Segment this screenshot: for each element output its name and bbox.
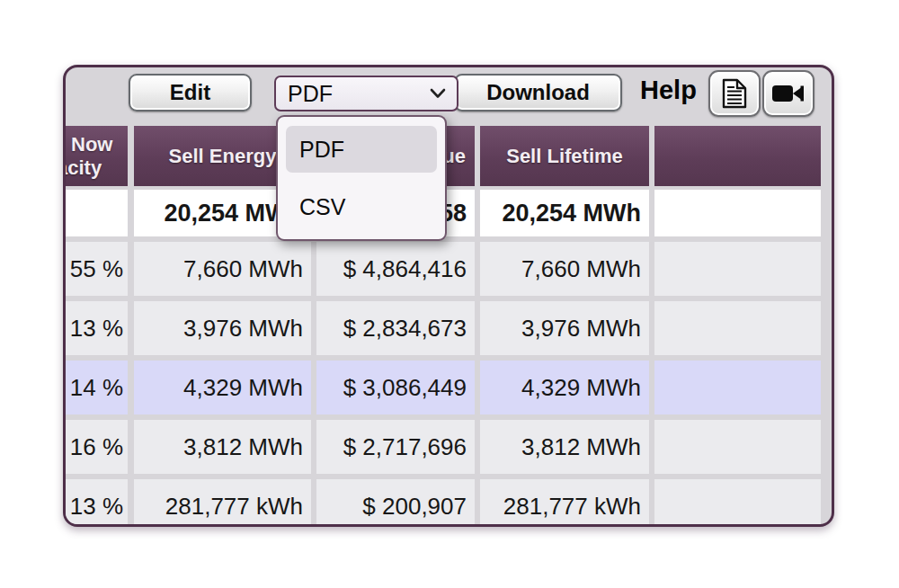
cell-capacity[interactable]: 16 % xyxy=(66,420,128,474)
report-panel: Now acity Sell Energy ue Sell Lifetime 2… xyxy=(63,65,834,527)
col-header-sell-lifetime: Sell Lifetime xyxy=(480,126,649,186)
cell-sell-energy[interactable]: 7,660 MWh xyxy=(134,242,311,296)
cell-capacity[interactable]: 14 % xyxy=(66,361,128,414)
document-icon xyxy=(722,78,747,109)
cell-capacity[interactable]: 55 % xyxy=(66,242,128,296)
col-header-now-capacity-line1: Now xyxy=(71,133,112,156)
cell-extra[interactable] xyxy=(654,361,821,414)
format-select[interactable]: PDF xyxy=(274,76,458,111)
cell-sell-lifetime[interactable]: 4,329 MWh xyxy=(480,361,649,414)
totals-cell-sell-lifetime[interactable]: 20,254 MWh xyxy=(480,190,649,236)
cell-sell-revenue[interactable]: $ 2,834,673 xyxy=(316,301,475,355)
cell-sell-energy[interactable]: 3,812 MWh xyxy=(134,420,311,474)
cell-extra[interactable] xyxy=(654,420,821,474)
table-row[interactable]: 13 % 281,777 kWh $ 200,907 281,777 kWh xyxy=(66,479,826,527)
help-label: Help xyxy=(640,76,697,105)
cell-capacity[interactable]: 13 % xyxy=(66,479,128,527)
cell-sell-lifetime[interactable]: 281,777 kWh xyxy=(480,479,649,527)
cell-extra[interactable] xyxy=(654,479,821,527)
dropdown-option-pdf[interactable]: PDF xyxy=(286,126,437,173)
cell-sell-lifetime[interactable]: 3,812 MWh xyxy=(480,420,649,474)
help-video-button[interactable] xyxy=(762,70,814,117)
download-button[interactable]: Download xyxy=(454,74,622,111)
cell-sell-revenue[interactable]: $ 4,864,416 xyxy=(316,242,475,296)
col-header-extra xyxy=(654,126,821,186)
cell-extra[interactable] xyxy=(654,301,821,355)
cell-sell-revenue[interactable]: $ 3,086,449 xyxy=(316,361,475,414)
cell-sell-lifetime[interactable]: 3,976 MWh xyxy=(480,301,649,355)
col-header-now-capacity-line2: acity xyxy=(66,156,112,179)
cell-sell-energy[interactable]: 4,329 MWh xyxy=(134,361,311,414)
cell-sell-energy[interactable]: 281,777 kWh xyxy=(134,479,311,527)
cell-sell-revenue[interactable]: $ 2,717,696 xyxy=(316,420,475,474)
cell-sell-revenue[interactable]: $ 200,907 xyxy=(316,479,475,527)
table-row[interactable]: 55 % 7,660 MWh $ 4,864,416 7,660 MWh xyxy=(66,242,826,296)
table-row[interactable]: 13 % 3,976 MWh $ 2,834,673 3,976 MWh xyxy=(66,301,826,355)
cell-capacity[interactable]: 13 % xyxy=(66,301,128,355)
help-document-button[interactable] xyxy=(708,70,761,117)
cell-sell-lifetime[interactable]: 7,660 MWh xyxy=(480,242,649,296)
video-camera-icon xyxy=(771,82,806,105)
edit-button[interactable]: Edit xyxy=(129,74,252,111)
totals-cell-extra[interactable] xyxy=(654,190,821,236)
dropdown-option-csv[interactable]: CSV xyxy=(286,183,437,230)
format-dropdown-menu: PDF CSV xyxy=(276,115,447,241)
table-row-selected[interactable]: 14 % 4,329 MWh $ 3,086,449 4,329 MWh xyxy=(66,361,826,414)
chevron-down-icon xyxy=(430,88,446,99)
table-row[interactable]: 16 % 3,812 MWh $ 2,717,696 3,812 MWh xyxy=(66,420,826,474)
cell-sell-energy[interactable]: 3,976 MWh xyxy=(134,301,311,355)
format-select-value: PDF xyxy=(288,81,333,107)
totals-cell-capacity[interactable] xyxy=(66,190,128,236)
cell-extra[interactable] xyxy=(654,242,821,296)
col-header-now-capacity: Now acity xyxy=(66,126,128,186)
